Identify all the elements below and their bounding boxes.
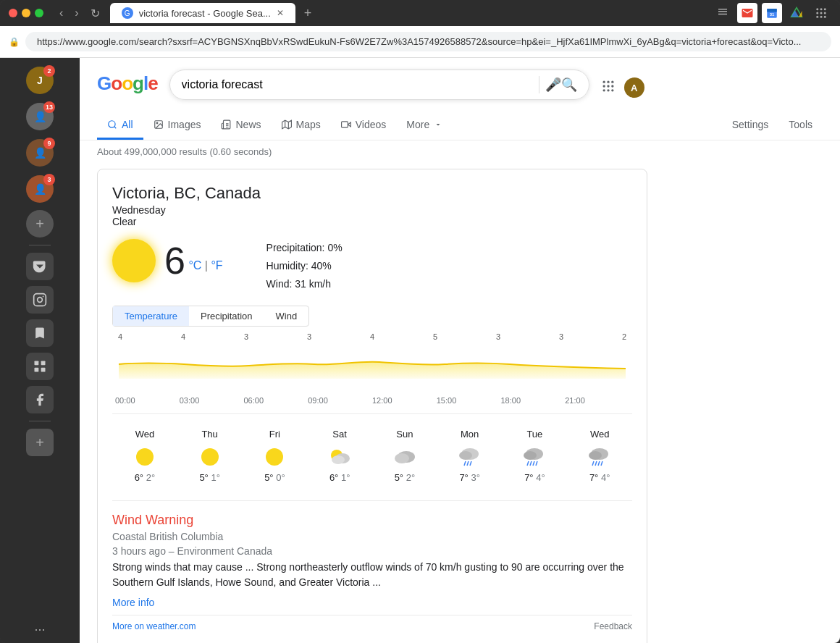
add-workspace-button[interactable]: + xyxy=(26,210,54,238)
google-profile-avatar[interactable]: A xyxy=(624,77,644,98)
wind-warning-time: 3 hours ago – Environment Canada xyxy=(112,545,632,557)
results-info: About 499,000,000 results (0.60 seconds) xyxy=(80,140,840,163)
forecast-icon-thu xyxy=(197,444,223,470)
tab-more[interactable]: More xyxy=(396,112,453,140)
forward-button[interactable]: › xyxy=(70,4,83,23)
svg-line-62 xyxy=(592,461,594,466)
forecast-thu[interactable]: Thu 5° 1° xyxy=(177,423,243,489)
tools-link[interactable]: Tools xyxy=(778,112,823,140)
calendar-icon[interactable]: 31 xyxy=(762,3,782,23)
instagram-icon[interactable] xyxy=(26,286,54,314)
facebook-icon[interactable] xyxy=(26,386,54,413)
tab-maps[interactable]: Maps xyxy=(272,112,331,140)
unit-c[interactable]: °C xyxy=(188,259,201,272)
address-secure: 🔒 xyxy=(9,37,20,47)
tab-all[interactable]: All xyxy=(97,112,143,140)
weather-footer-left[interactable]: More on weather.com xyxy=(112,621,196,631)
svg-rect-19 xyxy=(35,361,39,366)
stack-icon[interactable] xyxy=(713,3,733,23)
settings-link[interactable]: Settings xyxy=(722,112,779,140)
avatar-1[interactable]: J 2 xyxy=(26,67,54,94)
svg-point-26 xyxy=(602,85,605,87)
svg-point-28 xyxy=(611,85,613,87)
weather-footer-right[interactable]: Feedback xyxy=(594,621,632,631)
active-tab[interactable]: G victoria forecast - Google Sea... ✕ xyxy=(110,3,295,23)
svg-rect-2 xyxy=(767,9,777,12)
svg-point-41 xyxy=(136,448,154,466)
sidebar-more-button[interactable]: ··· xyxy=(34,622,45,637)
wind-warning-text: Strong winds that may cause ... Strong n… xyxy=(112,560,632,590)
reload-button[interactable]: ↻ xyxy=(86,4,104,23)
chart-tab-temperature[interactable]: Temperature xyxy=(113,306,189,326)
forecast-wed[interactable]: Wed 6° 2° xyxy=(112,423,177,489)
chart-svg xyxy=(112,342,632,379)
maximize-button[interactable] xyxy=(35,9,43,17)
avatar-2[interactable]: 👤 13 xyxy=(26,103,54,130)
svg-point-7 xyxy=(816,8,818,10)
unit-f[interactable]: °F xyxy=(211,259,222,272)
address-bar-input[interactable] xyxy=(25,32,831,51)
svg-point-11 xyxy=(820,12,823,14)
forecast-fri[interactable]: Fri 5° 0° xyxy=(243,423,308,489)
svg-line-52 xyxy=(467,461,469,466)
google-logo: Google xyxy=(97,72,158,95)
traffic-lights xyxy=(9,9,43,17)
forecast-mon[interactable]: Mon 7° 3° xyxy=(437,423,503,489)
new-tab-button[interactable]: + xyxy=(298,3,318,24)
minimize-button[interactable] xyxy=(22,9,30,17)
pocket-icon[interactable] xyxy=(26,253,54,280)
precipitation-info: Precipitation: 0% xyxy=(266,239,343,257)
forecast-icon-tue xyxy=(521,444,547,470)
svg-rect-16 xyxy=(34,294,46,306)
google-apps-icon[interactable] xyxy=(601,79,616,96)
svg-point-17 xyxy=(38,298,43,303)
back-button[interactable]: ‹ xyxy=(55,4,67,23)
weather-condition: Clear xyxy=(112,216,632,227)
svg-point-27 xyxy=(607,85,609,87)
google-page: Google 🎤 🔍 A xyxy=(80,58,840,643)
tab-videos[interactable]: Videos xyxy=(331,112,397,140)
mic-icon[interactable]: 🎤 xyxy=(545,77,561,93)
svg-point-50 xyxy=(459,451,472,460)
add-icon-button[interactable]: + xyxy=(26,429,54,456)
sidebar-divider-2 xyxy=(29,421,51,421)
tab-close-button[interactable]: ✕ xyxy=(277,8,284,18)
avatar-4[interactable]: 👤 3 xyxy=(26,175,54,203)
tab-news-label: News xyxy=(235,119,261,130)
gmail-icon[interactable] xyxy=(737,3,757,23)
tab-images[interactable]: Images xyxy=(143,112,211,140)
sun-weather-icon xyxy=(112,239,156,282)
browser-toolbar-icons: 31 xyxy=(713,3,831,23)
close-button[interactable] xyxy=(9,9,17,17)
nav-buttons: ‹ › ↻ xyxy=(55,4,104,23)
drive-icon[interactable] xyxy=(786,3,807,23)
tab-title: victoria forecast - Google Sea... xyxy=(139,8,271,19)
badge-3: 9 xyxy=(43,138,55,149)
search-submit-icon[interactable]: 🔍 xyxy=(561,77,577,93)
search-bar[interactable]: 🎤 🔍 xyxy=(169,70,589,100)
svg-line-51 xyxy=(464,461,466,466)
avatar-3[interactable]: 👤 9 xyxy=(26,139,54,167)
tab-news[interactable]: News xyxy=(211,112,271,140)
temperature-display: 6 °C | °F xyxy=(164,239,223,282)
search-input[interactable] xyxy=(182,78,533,91)
forecast-sun[interactable]: Sun 5° 2° xyxy=(372,423,437,489)
tab-all-label: All xyxy=(122,119,133,130)
slack-icon[interactable] xyxy=(26,353,54,380)
apps-grid-icon[interactable] xyxy=(811,3,831,23)
forecast-sat[interactable]: Sat 6° 1° xyxy=(307,423,372,489)
svg-point-29 xyxy=(602,89,605,91)
tools-label: Tools xyxy=(789,119,812,130)
wind-info: Wind: 31 km/h xyxy=(266,275,343,293)
search-tabs: All Images News Maps Videos xyxy=(80,112,840,140)
weather-location: Victoria, BC, Canada xyxy=(112,184,632,203)
more-info-link[interactable]: More info xyxy=(112,597,154,608)
day-forecast: Wed 6° 2° Thu 5° 1° Fri 5° 0° xyxy=(112,413,632,489)
forecast-wed2[interactable]: Wed 7° 4° xyxy=(567,423,632,489)
chart-tab-precipitation[interactable]: Precipitation xyxy=(189,306,264,326)
svg-marker-39 xyxy=(348,122,350,127)
chart-tab-wind[interactable]: Wind xyxy=(264,306,309,326)
svg-line-53 xyxy=(470,461,471,466)
bookmark-icon[interactable] xyxy=(26,319,54,347)
forecast-tue[interactable]: Tue 7° 4° xyxy=(503,423,568,489)
